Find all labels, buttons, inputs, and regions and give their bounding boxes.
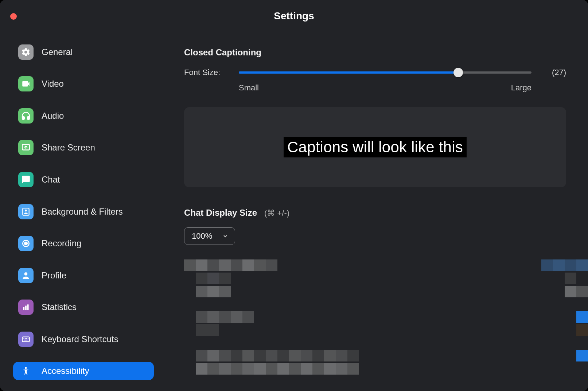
sidebar-item-label: Recording: [42, 238, 81, 249]
sidebar-item-label: General: [42, 47, 73, 57]
sidebar-item-share-screen[interactable]: Share Screen: [13, 139, 154, 157]
chat-display-size-title: Chat Display Size: [184, 208, 257, 218]
select-value: 100%: [192, 231, 212, 241]
accessibility-icon: [18, 363, 34, 379]
closed-captioning-title: Closed Captioning: [184, 47, 566, 58]
window-controls: [10, 13, 17, 20]
sidebar-item-keyboard-shortcuts[interactable]: Keyboard Shortcuts: [13, 330, 154, 348]
sidebar-item-recording[interactable]: Recording: [13, 234, 154, 253]
record-icon: [18, 236, 34, 251]
sidebar-item-label: Keyboard Shortcuts: [42, 334, 118, 344]
close-window-button[interactable]: [10, 13, 17, 20]
sidebar-item-label: Profile: [42, 270, 66, 281]
person-icon: [18, 268, 34, 283]
settings-panel-accessibility: Closed Captioning Font Size: (27) Small …: [162, 32, 588, 391]
svg-point-4: [24, 242, 27, 245]
titlebar: Settings: [0, 0, 588, 32]
svg-point-5: [24, 272, 28, 275]
svg-rect-6: [23, 307, 24, 310]
tick-small: Small: [239, 83, 259, 93]
sidebar-item-label: Accessibility: [42, 366, 89, 376]
sidebar-item-audio[interactable]: Audio: [13, 107, 154, 125]
window-title: Settings: [274, 10, 314, 22]
window-body: General Video Audio Share Screen: [0, 32, 588, 391]
caption-preview-text: Captions will look like this: [284, 137, 467, 157]
svg-rect-13: [28, 338, 28, 339]
keyboard-icon: [18, 332, 34, 347]
chat-display-size-select[interactable]: 100%: [184, 227, 235, 245]
chat-display-size-row: Chat Display Size (⌘ +/-): [184, 208, 566, 218]
svg-point-15: [25, 367, 27, 369]
bar-chart-icon: [18, 300, 34, 315]
share-screen-icon: [18, 140, 34, 155]
obscured-content: [184, 259, 566, 375]
sidebar-item-label: Audio: [42, 111, 64, 121]
svg-rect-12: [26, 338, 27, 339]
sidebar-item-label: Chat: [42, 175, 60, 185]
sidebar-item-background-filters[interactable]: Background & Filters: [13, 203, 154, 221]
font-size-row: Font Size: (27): [184, 68, 566, 77]
slider-thumb[interactable]: [453, 68, 463, 77]
portrait-icon: [18, 204, 34, 219]
sidebar-item-general[interactable]: General: [13, 43, 154, 61]
sidebar-item-profile[interactable]: Profile: [13, 266, 154, 285]
tick-large: Large: [511, 83, 531, 93]
svg-rect-11: [25, 338, 26, 339]
sidebar-item-chat[interactable]: Chat: [13, 171, 154, 189]
settings-window: Settings General Video Audio: [0, 0, 588, 391]
svg-rect-10: [24, 338, 24, 339]
slider-tick-labels: Small Large: [239, 83, 531, 93]
gear-icon: [18, 44, 34, 60]
chat-display-size-hint: (⌘ +/-): [264, 208, 289, 218]
sidebar-item-label: Share Screen: [42, 142, 95, 153]
svg-rect-7: [25, 306, 27, 310]
svg-rect-1: [23, 208, 29, 215]
sidebar-item-label: Video: [42, 79, 64, 89]
sidebar-item-statistics[interactable]: Statistics: [13, 298, 154, 316]
font-size-slider[interactable]: [239, 71, 531, 74]
svg-rect-14: [24, 340, 28, 340]
headphones-icon: [18, 108, 34, 124]
chevron-down-icon: [222, 233, 228, 239]
sidebar-item-video[interactable]: Video: [13, 75, 154, 93]
svg-point-2: [25, 210, 27, 211]
svg-rect-9: [22, 337, 30, 341]
caption-preview: Captions will look like this: [184, 107, 566, 187]
font-size-label: Font Size:: [184, 68, 224, 77]
sidebar: General Video Audio Share Screen: [0, 32, 162, 391]
sidebar-item-label: Background & Filters: [42, 207, 123, 217]
font-size-value: (27): [546, 68, 566, 77]
svg-rect-8: [27, 305, 29, 310]
chat-bubble-icon: [18, 172, 34, 187]
video-camera-icon: [18, 76, 34, 91]
sidebar-item-label: Statistics: [42, 302, 77, 312]
sidebar-item-accessibility[interactable]: Accessibility: [13, 362, 154, 380]
